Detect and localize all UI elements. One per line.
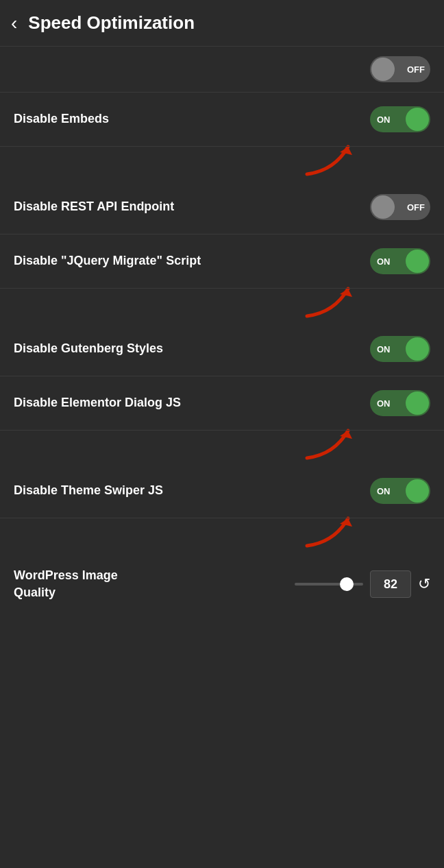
toggle-disable-theme-swiper[interactable]: ON (370, 478, 430, 504)
quality-slider-wrapper (295, 583, 363, 586)
page-title: Speed Optimization (28, 12, 195, 34)
setting-row-disable-elementor-dialog: Disable Elementor Dialog JSON (0, 376, 444, 431)
quality-row: WordPress Image Quality ↺ (0, 552, 444, 616)
toggle-knob-disable-embeds (406, 108, 429, 131)
setting-row-disable-jquery-migrate: Disable "JQuery Migrate" ScriptON (0, 234, 444, 289)
quality-controls: ↺ (295, 570, 430, 598)
quality-label: WordPress Image Quality (14, 567, 151, 601)
setting-label-disable-jquery-migrate: Disable "JQuery Migrate" Script (14, 252, 201, 269)
partial-setting-row: OFF (0, 47, 444, 93)
toggle-disable-jquery-migrate[interactable]: ON (370, 248, 430, 274)
toggle-wrapper-disable-jquery-migrate: ON (370, 248, 430, 274)
toggle-disable-elementor-dialog[interactable]: ON (370, 390, 430, 416)
quality-reset-button[interactable]: ↺ (418, 575, 430, 593)
header: ‹ Speed Optimization (0, 0, 444, 47)
toggle-wrapper-disable-embeds: ON (370, 106, 430, 132)
toggle-text-disable-theme-swiper: ON (377, 486, 391, 496)
toggle-text-disable-gutenberg-styles: ON (377, 344, 391, 354)
partial-toggle-wrapper: OFF (370, 56, 430, 82)
partial-toggle[interactable]: OFF (370, 56, 430, 82)
toggle-text-disable-jquery-migrate: ON (377, 256, 391, 267)
toggle-knob-disable-gutenberg-styles (406, 337, 429, 361)
toggle-wrapper-disable-rest-api: OFF (370, 194, 430, 220)
setting-row-disable-embeds: Disable EmbedsON (0, 93, 444, 147)
setting-label-disable-embeds: Disable Embeds (14, 110, 109, 128)
toggle-disable-gutenberg-styles[interactable]: ON (370, 336, 430, 362)
back-button[interactable]: ‹ (11, 14, 17, 33)
toggle-knob-disable-elementor-dialog (406, 391, 429, 415)
quality-slider[interactable] (295, 583, 363, 586)
toggle-knob-disable-rest-api (371, 195, 395, 219)
toggle-text-disable-elementor-dialog: ON (377, 398, 391, 409)
toggle-wrapper-disable-elementor-dialog: ON (370, 390, 430, 416)
partial-toggle-knob (371, 58, 395, 81)
toggle-text-disable-embeds: ON (377, 114, 391, 125)
toggle-wrapper-disable-theme-swiper: ON (370, 478, 430, 504)
toggle-disable-rest-api[interactable]: OFF (370, 194, 430, 220)
setting-label-disable-rest-api: Disable REST API Endpoint (14, 198, 174, 215)
toggle-knob-disable-theme-swiper (406, 479, 429, 503)
setting-label-disable-elementor-dialog: Disable Elementor Dialog JS (14, 394, 181, 411)
setting-label-disable-theme-swiper: Disable Theme Swiper JS (14, 482, 163, 499)
setting-label-disable-gutenberg-styles: Disable Gutenberg Styles (14, 340, 163, 357)
setting-row-disable-theme-swiper: Disable Theme Swiper JSON (0, 464, 444, 518)
setting-row-disable-gutenberg-styles: Disable Gutenberg StylesON (0, 322, 444, 376)
toggle-text-disable-rest-api: OFF (407, 202, 425, 213)
setting-row-disable-rest-api: Disable REST API EndpointOFF (0, 180, 444, 234)
settings-list: Disable EmbedsONDisable REST API Endpoin… (0, 93, 444, 549)
partial-toggle-text: OFF (407, 64, 425, 75)
toggle-disable-embeds[interactable]: ON (370, 106, 430, 132)
quality-value-input[interactable] (370, 570, 411, 598)
toggle-wrapper-disable-gutenberg-styles: ON (370, 336, 430, 362)
toggle-knob-disable-jquery-migrate (406, 250, 429, 273)
